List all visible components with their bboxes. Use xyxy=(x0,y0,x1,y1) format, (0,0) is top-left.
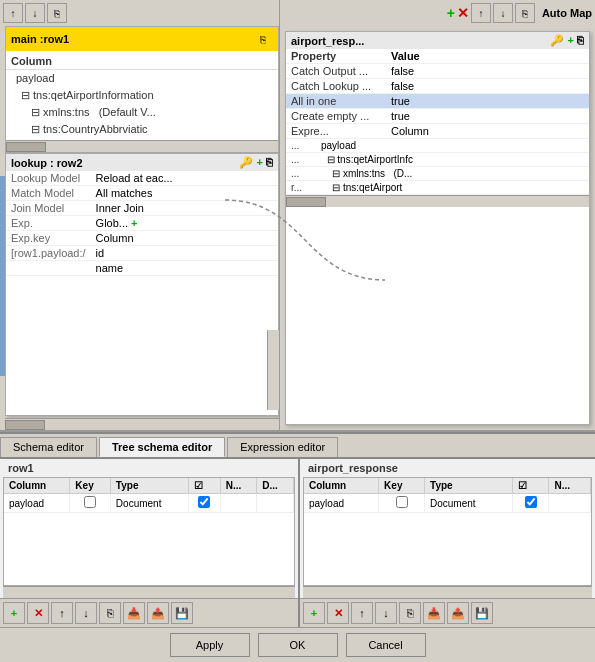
lookup-key-name xyxy=(6,261,91,276)
schema-right-save-btn[interactable]: 💾 xyxy=(471,602,493,624)
expr-key-4: r... xyxy=(286,181,316,195)
right-up-button[interactable]: ↑ xyxy=(471,3,491,23)
schema-right-remove-btn[interactable]: ✕ xyxy=(327,602,349,624)
lookup-val-join: Inner Join xyxy=(91,201,278,216)
expr-row-1: ... payload xyxy=(286,139,589,153)
schema-left-col-key: Key xyxy=(70,478,111,494)
schema-right-copy-btn[interactable]: ⎘ xyxy=(399,602,421,624)
prop-key-create-empty: Create empty ... xyxy=(286,109,386,124)
airport-icons: 🔑 + ⎘ xyxy=(550,34,584,47)
schema-right-col-n: N... xyxy=(549,478,591,494)
exp-add-btn[interactable]: + xyxy=(131,217,137,229)
schema-left-toolbar: + ✕ ↑ ↓ ⎘ 📥 📤 💾 xyxy=(0,598,298,627)
schema-right-table-wrapper: Column Key Type ☑ N... payload xyxy=(303,477,592,586)
prop-row-all-in-one: All in one true xyxy=(286,94,589,109)
main-table-header: main :row1 ⎘ xyxy=(6,27,278,51)
tab-tree-schema-editor[interactable]: Tree schema editor xyxy=(99,437,225,457)
cancel-button[interactable]: Cancel xyxy=(346,633,426,657)
prop-header-val: Value xyxy=(386,49,589,64)
schema-left-down-btn[interactable]: ↓ xyxy=(75,602,97,624)
right-add-icon[interactable]: + xyxy=(447,5,455,21)
schema-left-remove-btn[interactable]: ✕ xyxy=(27,602,49,624)
right-down-button[interactable]: ↓ xyxy=(493,3,513,23)
schema-right-export-btn[interactable]: 📤 xyxy=(447,602,469,624)
schema-left-cell-check xyxy=(188,494,220,513)
main-table-hscroll[interactable] xyxy=(6,140,278,152)
schema-right-import-btn[interactable]: 📥 xyxy=(423,602,445,624)
expr-val-3: ⊟ xmlns:tns (D... xyxy=(316,167,589,181)
airport-title: airport_resp... xyxy=(291,35,364,47)
schema-left-export-btn[interactable]: 📤 xyxy=(147,602,169,624)
lookup-add-icon[interactable]: + xyxy=(257,156,263,168)
schema-left-col-n: N... xyxy=(220,478,257,494)
schema-left-table: Column Key Type ☑ N... D... payload xyxy=(4,478,294,513)
right-remove-icon[interactable]: ✕ xyxy=(457,5,469,21)
schema-right-up-btn[interactable]: ↑ xyxy=(351,602,373,624)
lookup-row-payload: [row1.payload:/ id xyxy=(6,246,278,261)
airport-hscroll[interactable] xyxy=(286,195,589,207)
lookup-key-exp: Exp. xyxy=(6,216,91,231)
schema-left-hscroll[interactable] xyxy=(3,586,295,598)
airport-add-icon[interactable]: + xyxy=(568,34,574,46)
schema-left-import-btn[interactable]: 📥 xyxy=(123,602,145,624)
schema-right-col-check: ☑ xyxy=(513,478,549,494)
apply-button[interactable]: Apply xyxy=(170,633,250,657)
prop-key-catch-lookup: Catch Lookup ... xyxy=(286,79,386,94)
schema-right: airport_response Column Key Type ☑ N... xyxy=(300,459,595,627)
right-content: airport_resp... 🔑 + ⎘ Property Value xyxy=(280,26,595,430)
schema-right-add-btn[interactable]: + xyxy=(303,602,325,624)
prop-row-catch-lookup: Catch Lookup ... false xyxy=(286,79,589,94)
schema-left-save-btn[interactable]: 💾 xyxy=(171,602,193,624)
prop-val-all-in-one: true xyxy=(386,94,589,109)
schema-left-copy-btn[interactable]: ⎘ xyxy=(99,602,121,624)
right-copy-button[interactable]: ⎘ xyxy=(515,3,535,23)
schema-left-add-icon: + xyxy=(11,607,17,619)
lookup-val-exp: Glob... + xyxy=(91,216,278,231)
schema-right-down-btn[interactable]: ↓ xyxy=(375,602,397,624)
schema-left-col-column: Column xyxy=(4,478,70,494)
auto-map-label: Auto Map xyxy=(542,7,592,19)
tree-item-country: ⊟ tns:CountryAbbrviatic xyxy=(6,121,278,138)
schema-left-up-btn[interactable]: ↑ xyxy=(51,602,73,624)
lookup-row-expkey: Exp.key Column xyxy=(6,231,278,246)
tab-expression-editor[interactable]: Expression editor xyxy=(227,437,338,457)
lookup-key-payload: [row1.payload:/ xyxy=(6,246,91,261)
expr-val-2: ⊟ tns:qetAirportInfc xyxy=(316,153,589,167)
main-table-icon[interactable]: ⎘ xyxy=(253,29,273,49)
lookup-vscroll[interactable] xyxy=(267,330,279,410)
schema-left-cell-n xyxy=(220,494,257,513)
prop-header-row: Property Value xyxy=(286,49,589,64)
lookup-val-expkey: Column xyxy=(91,231,278,246)
lookup-title: lookup : row2 xyxy=(11,157,83,169)
airport-header: airport_resp... 🔑 + ⎘ xyxy=(286,32,589,49)
schema-left-label: row1 xyxy=(0,459,298,477)
prop-key-all-in-one: All in one xyxy=(286,94,386,109)
schema-right-hscroll[interactable] xyxy=(303,586,592,598)
tab-schema-editor[interactable]: Schema editor xyxy=(0,437,97,457)
prop-row-expr-col: Expre... Column xyxy=(286,124,589,139)
schema-left-key-checkbox[interactable] xyxy=(84,496,96,508)
action-bar: Apply OK Cancel xyxy=(0,627,595,662)
schema-left-add-btn[interactable]: + xyxy=(3,602,25,624)
arrow-down-button[interactable]: ↓ xyxy=(25,3,45,23)
lookup-card: lookup : row2 🔑 + ⎘ Lookup Model Reload … xyxy=(5,153,279,416)
prop-key-catch-output: Catch Output ... xyxy=(286,64,386,79)
copy-button[interactable]: ⎘ xyxy=(47,3,67,23)
schema-area: row1 Column Key Type ☑ N... D... xyxy=(0,459,595,627)
prop-row-create-empty: Create empty ... true xyxy=(286,109,589,124)
ok-button[interactable]: OK xyxy=(258,633,338,657)
prop-val-catch-output: false xyxy=(386,64,589,79)
lookup-table: Lookup Model Reload at eac... Match Mode… xyxy=(6,171,278,276)
schema-right-remove-icon: ✕ xyxy=(334,607,343,620)
schema-right-row-1: payload Document xyxy=(304,494,591,513)
prop-table: Property Value Catch Output ... false Ca… xyxy=(286,49,589,139)
schema-left-check-checkbox[interactable] xyxy=(198,496,210,508)
expr-key-3: ... xyxy=(286,167,316,181)
schema-right-key-checkbox[interactable] xyxy=(396,496,408,508)
schema-right-check-checkbox[interactable] xyxy=(525,496,537,508)
schema-left-row-1: payload Document xyxy=(4,494,294,513)
schema-left-col-type: Type xyxy=(110,478,188,494)
left-panel-hscroll[interactable] xyxy=(5,418,279,430)
arrow-up-button[interactable]: ↑ xyxy=(3,3,23,23)
expr-row-4: r... ⊟ tns:qetAirport xyxy=(286,181,589,195)
